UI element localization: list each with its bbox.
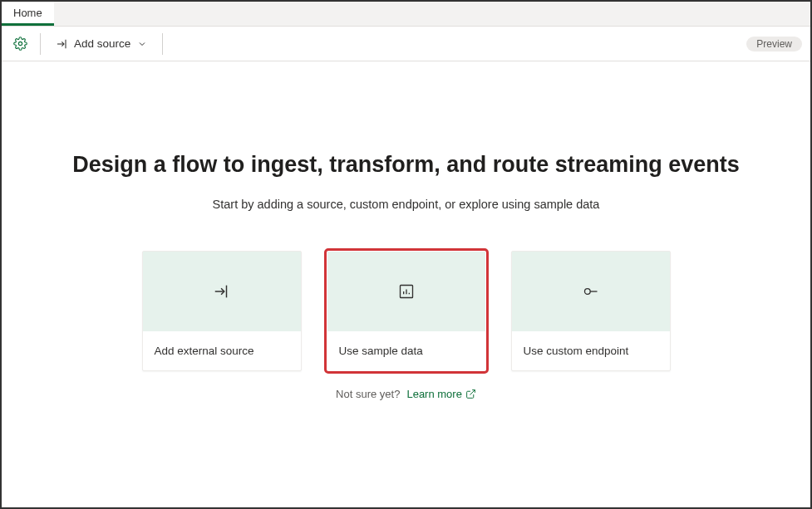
chevron-down-icon [137,39,147,49]
settings-button[interactable] [8,32,32,56]
card-label: Use sample data [327,331,485,370]
card-icon-area [143,252,301,331]
preview-badge: Preview [746,37,802,51]
page-title: Design a flow to ingest, transform, and … [72,152,740,178]
enter-icon [56,37,69,51]
card-use-sample-data[interactable]: Use sample data [327,251,486,371]
card-label: Use custom endpoint [512,331,670,370]
add-source-label: Add source [74,37,130,50]
card-icon-area [327,252,485,331]
card-add-external-source[interactable]: Add external source [142,251,302,371]
learn-more-label: Learn more [406,388,461,400]
divider [162,33,163,55]
external-link-icon [465,389,476,399]
svg-point-0 [18,42,22,45]
endpoint-icon [583,283,599,300]
tab-home[interactable]: Home [2,2,54,26]
not-sure-text: Not sure yet? [336,388,400,400]
divider [40,33,41,55]
learn-more-link[interactable]: Learn more [406,388,475,400]
bar-chart-icon [398,283,415,300]
footer-hint: Not sure yet? Learn more [336,388,476,400]
card-use-custom-endpoint[interactable]: Use custom endpoint [511,251,671,371]
toolbar: Add source Preview [2,27,810,61]
tab-bar: Home [2,2,810,27]
gear-icon [13,37,27,51]
page-subtitle: Start by adding a source, custom endpoin… [213,198,600,211]
card-label: Add external source [143,331,301,370]
add-source-button[interactable]: Add source [49,32,154,56]
enter-icon [213,282,231,301]
card-row: Add external source Use sample data Use … [142,251,671,371]
svg-point-2 [584,289,590,295]
svg-line-3 [470,390,475,395]
card-icon-area [512,252,670,331]
canvas: Design a flow to ingest, transform, and … [2,61,810,507]
